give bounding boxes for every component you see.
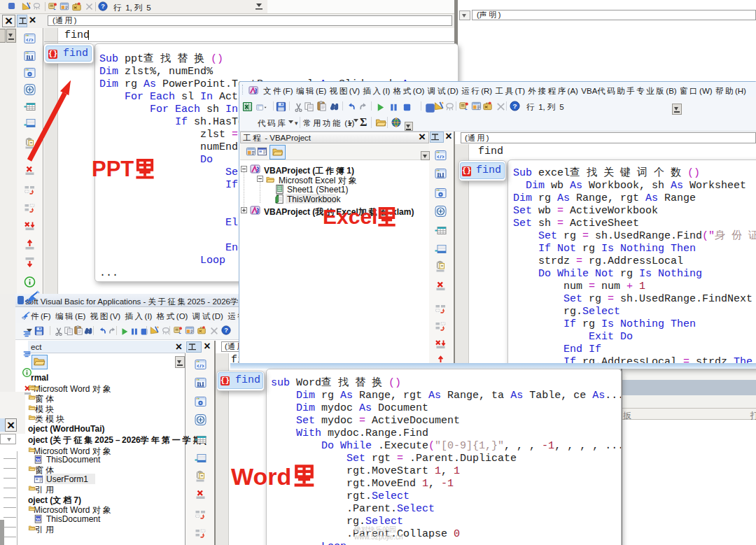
- svg-text:Word: Word: [231, 463, 291, 490]
- svg-text:Excel: Excel: [323, 205, 377, 228]
- svg-text:PPT: PPT: [92, 157, 134, 181]
